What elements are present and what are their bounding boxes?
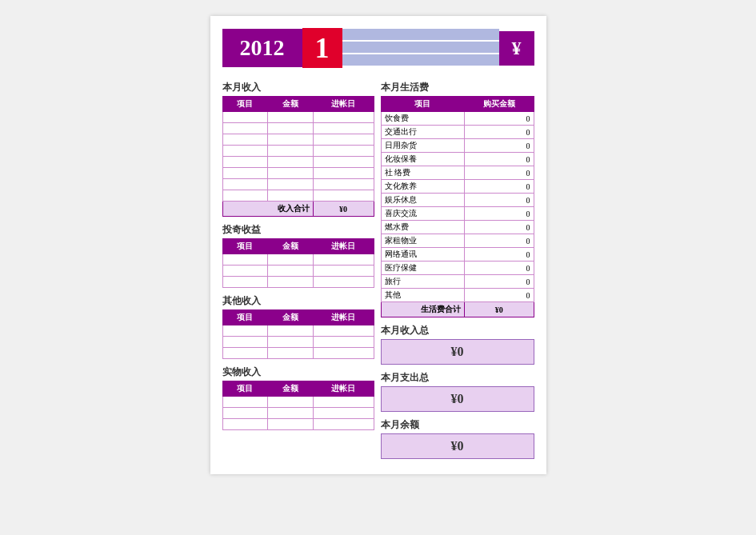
living-col-item: 项目 — [381, 97, 464, 112]
living-expenses-title: 本月生活费 — [381, 81, 534, 94]
table-row — [222, 179, 374, 190]
table-row — [222, 168, 374, 179]
physical-income-table: 项目 金额 进帐日 — [222, 381, 374, 430]
table-row — [222, 254, 374, 266]
income-header-row: 项目 金额 进帐日 — [222, 97, 374, 112]
list-item: 燃水费0 — [381, 221, 534, 234]
physical-col-date: 进帐日 — [313, 381, 374, 397]
list-item: 化妆保養0 — [381, 153, 534, 166]
living-header-row: 项目 购买金额 — [381, 97, 534, 112]
list-item: 日用杂货0 — [381, 139, 534, 153]
invest-col-item: 项目 — [222, 239, 268, 254]
physical-col-amount: 金额 — [268, 381, 314, 397]
monthly-expense-total-value: ¥0 — [381, 386, 534, 412]
table-row — [222, 397, 374, 408]
income-total-value: ¥0 — [313, 202, 374, 217]
list-item: 旅行0 — [381, 275, 534, 289]
main-layout: 本月收入 项目 金额 进帐日 — [222, 74, 534, 462]
other-income-table: 项目 金额 进帐日 — [222, 309, 374, 359]
table-row — [222, 112, 374, 123]
table-row — [222, 277, 374, 288]
living-col-amount: 购买金额 — [464, 97, 534, 112]
living-expenses-table: 项目 购买金额 饮食费0交通出行0日用杂货0化妆保養0社 络费0文化教养0娱乐休… — [381, 96, 534, 317]
header-bar-3 — [342, 54, 499, 66]
year-display: 2012 — [222, 29, 302, 67]
other-header-row: 项目 金额 进帐日 — [222, 310, 374, 325]
invest-col-date: 进帐日 — [313, 239, 374, 254]
header: 2012 1 ¥ — [222, 28, 534, 68]
table-row — [222, 325, 374, 337]
monthly-balance-label: 本月余额 — [381, 418, 534, 432]
invest-col-amount: 金额 — [268, 239, 314, 254]
table-row — [222, 348, 374, 359]
other-col-item: 项目 — [222, 310, 268, 325]
list-item: 社 络费0 — [381, 166, 534, 180]
physical-col-item: 项目 — [222, 381, 268, 397]
income-col-amount: 金额 — [268, 97, 314, 112]
table-row — [222, 146, 374, 157]
table-row — [222, 337, 374, 348]
list-item: 饮食费0 — [381, 112, 534, 126]
left-column: 本月收入 项目 金额 进帐日 — [222, 74, 374, 430]
physical-header-row: 项目 金额 进帐日 — [222, 381, 374, 397]
list-item: 网络通讯0 — [381, 248, 534, 262]
invest-income-table: 项目 金额 进帐日 — [222, 238, 374, 288]
income-total-row: 收入合计 ¥0 — [222, 202, 374, 217]
other-income-title: 其他收入 — [222, 294, 374, 308]
header-bar-2 — [342, 42, 499, 53]
table-row — [222, 123, 374, 134]
table-row — [222, 190, 374, 202]
table-row — [222, 419, 374, 430]
physical-income-title: 实物收入 — [222, 365, 374, 379]
invest-header-row: 项目 金额 进帐日 — [222, 239, 374, 254]
list-item: 喜庆交流0 — [381, 207, 534, 221]
right-column: 本月生活费 项目 购买金额 饮食费0交通出行0日用杂货0化妆保養0社 络费0文化… — [381, 74, 534, 462]
list-item: 交通出行0 — [381, 126, 534, 139]
list-item: 家租物业0 — [381, 234, 534, 248]
table-row — [222, 408, 374, 419]
table-row — [222, 134, 374, 146]
monthly-income-total-value: ¥0 — [381, 339, 534, 365]
list-item: 文化教养0 — [381, 180, 534, 194]
monthly-income-table: 项目 金额 进帐日 收入合计 ¥0 — [222, 96, 374, 217]
monthly-expense-total-label: 本月支出总 — [381, 371, 534, 385]
list-item: 娱乐休息0 — [381, 194, 534, 207]
other-col-date: 进帐日 — [313, 310, 374, 325]
income-total-label: 收入合计 — [222, 202, 313, 217]
income-col-item: 项目 — [222, 97, 268, 112]
list-item: 其他0 — [381, 289, 534, 302]
invest-income-title: 投奇收益 — [222, 223, 374, 237]
header-middle — [342, 29, 499, 67]
income-col-date: 进帐日 — [313, 97, 374, 112]
yen-symbol: ¥ — [499, 31, 534, 66]
table-row — [222, 157, 374, 168]
month-display: 1 — [302, 28, 342, 68]
other-col-amount: 金额 — [268, 310, 314, 325]
monthly-balance-value: ¥0 — [381, 433, 534, 459]
table-row — [222, 266, 374, 277]
living-total-row: 生活费合计¥0 — [381, 302, 534, 317]
list-item: 医疗保健0 — [381, 262, 534, 275]
header-bar-1 — [342, 29, 499, 40]
monthly-income-total-label: 本月收入总 — [381, 324, 534, 337]
monthly-income-title: 本月收入 — [222, 81, 374, 94]
